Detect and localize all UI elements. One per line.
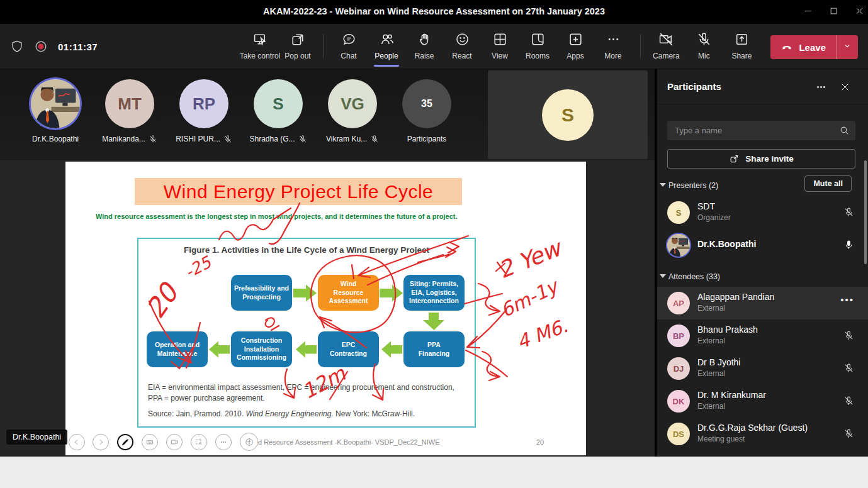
keyboard-button <box>142 434 158 450</box>
presenter-photo <box>31 79 80 128</box>
participant-role: Meeting guest <box>697 435 745 443</box>
participant-row-sdt[interactable]: S SDT Organizer <box>657 196 868 229</box>
flow-box-ppa: PPA Financing <box>403 331 465 367</box>
pen-tool-button <box>117 434 133 450</box>
panel-more-button[interactable] <box>816 82 826 95</box>
video-tile[interactable]: VG Vikram Ku... <box>315 69 390 160</box>
presenter-name-label: Dr.K.Boopathi <box>6 430 67 445</box>
attendees-section-header[interactable]: Attendees (33) <box>657 269 868 286</box>
mic-off-icon[interactable] <box>843 363 854 376</box>
participant-row-boopathi[interactable]: Dr.K.Boopathi <box>657 229 868 262</box>
hang-up-icon <box>781 41 793 53</box>
participant-row[interactable]: DK Dr. M Kirankumar External <box>657 385 868 418</box>
tile-name: Dr.K.Boopathi <box>32 135 79 143</box>
window-title: AKAM-2022-23 - Webinar on Wind Resource … <box>0 6 868 16</box>
participant-row[interactable]: BP Bhanu Prakash External <box>657 319 868 352</box>
mic-off-icon <box>223 135 232 143</box>
flow-box-siting: Siting: Permits, EIA, Logistics, Interco… <box>403 275 465 311</box>
video-tile[interactable]: MT Manikanda... <box>93 69 167 160</box>
participant-name: Dr.K.Boopathi <box>697 239 756 249</box>
avatar: BP <box>667 324 690 347</box>
more-options-button <box>215 434 232 450</box>
presenters-section-header[interactable]: Presenters (2) Mute all <box>657 178 868 194</box>
apps-icon <box>568 31 583 47</box>
spotlight-video-tile[interactable]: S <box>488 70 648 159</box>
mic-off-icon <box>298 135 307 143</box>
share-invite-button[interactable]: Share invite <box>667 149 855 169</box>
leave-button[interactable]: Leave <box>770 35 858 59</box>
tab-apps[interactable]: Apps <box>556 29 594 65</box>
toolbar-divider <box>640 34 641 58</box>
slide-prev-button <box>69 434 85 450</box>
mic-button[interactable]: Mic <box>685 29 723 65</box>
presenter-photo <box>667 234 690 257</box>
mute-all-button[interactable]: Mute all <box>804 175 852 192</box>
participant-role: Organizer <box>697 213 731 222</box>
panel-title: Participants <box>667 81 721 92</box>
video-tile[interactable]: S Shradha (G... <box>241 69 315 160</box>
mic-off-icon[interactable] <box>843 330 854 343</box>
panel-scrollbar[interactable] <box>864 160 867 264</box>
camera-off-icon <box>658 31 674 47</box>
mic-off-icon <box>370 135 379 143</box>
participant-row[interactable]: AP Alagappan Pandian External ••• <box>657 287 868 319</box>
monitor-icon <box>252 31 268 47</box>
mic-off-icon[interactable] <box>843 207 854 220</box>
mic-off-icon[interactable] <box>843 428 854 441</box>
share-button[interactable]: Share <box>723 29 760 65</box>
flow-box-epc: EPC Contracting <box>318 331 379 367</box>
ink-text: 6m-1y <box>497 274 563 321</box>
tab-rooms[interactable]: Rooms <box>519 29 556 65</box>
shield-icon <box>10 40 24 53</box>
participant-row[interactable]: DJ Dr B Jyothi External <box>657 352 868 385</box>
mic-off-icon[interactable] <box>843 396 854 409</box>
tab-raise[interactable]: Raise <box>405 29 443 65</box>
tab-chat[interactable]: Chat <box>330 29 368 65</box>
avatar: S <box>254 79 303 128</box>
video-tile[interactable]: RP RISHI PUR... <box>167 69 241 160</box>
window-titlebar: AKAM-2022-23 - Webinar on Wind Resource … <box>0 0 868 24</box>
avatar: S <box>542 89 594 141</box>
participants-count-tile[interactable]: 35 Participants <box>390 69 464 160</box>
panel-close-button[interactable] <box>840 82 850 95</box>
search-input[interactable] <box>675 121 832 140</box>
flow-box-prefeasibility: Prefeasibility and Prospecting <box>231 275 292 311</box>
tab-view[interactable]: View <box>481 29 519 65</box>
slide-title-banner: Wind Energy Project Life Cycle <box>135 178 462 205</box>
source-line: Source: Jain, Pramod. 2010. Wind Energy … <box>148 409 415 418</box>
participant-search[interactable] <box>667 121 855 140</box>
flow-box-operation: Operation and Maintenance <box>147 331 208 367</box>
tab-react[interactable]: React <box>443 29 481 65</box>
minimize-button[interactable] <box>803 6 813 18</box>
ink-text: 4 M6. <box>514 314 570 353</box>
screen-share-stage: Wind Energy Project Life Cycle Wind reso… <box>0 160 655 457</box>
take-control-button[interactable]: Take control <box>241 29 279 65</box>
close-button[interactable] <box>855 6 864 18</box>
pop-out-button[interactable]: Pop out <box>279 29 317 65</box>
collapse-caret-icon <box>660 183 666 187</box>
row-more-button[interactable]: ••• <box>840 294 854 305</box>
leave-options-chevron[interactable] <box>837 42 858 53</box>
slide-subtitle: Wind resource assessment is the longest … <box>96 213 457 220</box>
more-ellipsis-icon <box>606 31 621 47</box>
recording-icon <box>34 40 48 53</box>
chat-icon <box>341 31 357 47</box>
participant-row[interactable]: DS Dr.G.G.Raja Sekhar (Guest) Meeting gu… <box>657 418 868 450</box>
avatar: MT <box>105 79 154 128</box>
participant-name: SDT <box>697 201 715 211</box>
avatar: S <box>667 201 690 224</box>
participant-name: Bhanu Prakash <box>697 324 758 335</box>
participant-role: External <box>697 336 725 345</box>
camera-view-button <box>166 434 183 450</box>
search-icon <box>839 125 850 136</box>
participant-name: Alagappan Pandian <box>697 292 774 302</box>
maximize-button[interactable] <box>829 6 838 18</box>
tab-people[interactable]: People <box>368 29 405 65</box>
share-icon <box>734 31 750 47</box>
slide-next-button <box>93 434 109 450</box>
camera-button[interactable]: Camera <box>647 29 685 65</box>
video-tile-boopathi[interactable]: Dr.K.Boopathi <box>18 69 93 160</box>
mic-on-icon[interactable] <box>843 240 854 253</box>
tab-more[interactable]: More <box>594 29 632 65</box>
participant-role: External <box>697 369 725 378</box>
